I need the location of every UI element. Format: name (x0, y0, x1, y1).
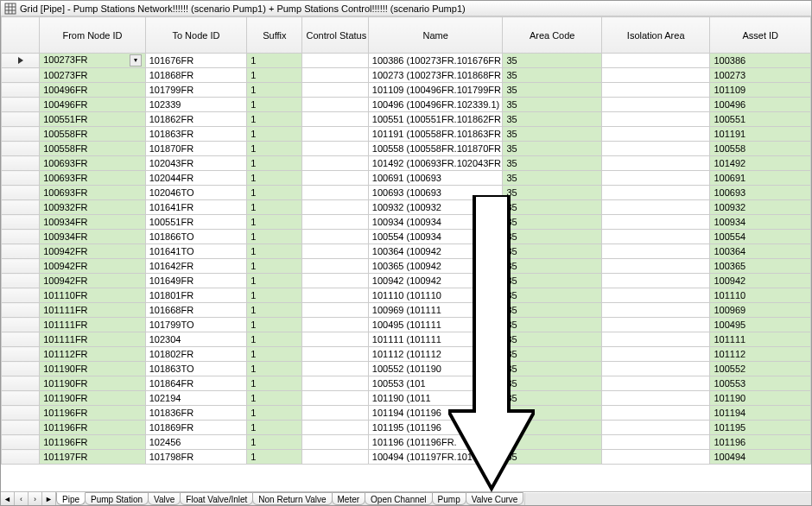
cell-from[interactable]: 100551FR (40, 112, 146, 127)
cell-ctrl[interactable] (302, 200, 368, 215)
cell-to[interactable]: 102043FR (145, 156, 247, 171)
cell-from[interactable]: 101111FR (40, 303, 146, 318)
data-table[interactable]: From Node ID To Node ID Suffix Control S… (1, 16, 811, 465)
cell-asset[interactable]: 100553 (710, 376, 811, 391)
cell-asset[interactable]: 100386 (710, 54, 811, 68)
cell-ctrl[interactable] (302, 450, 368, 465)
table-row[interactable]: 100273FR101868FR1100273 (100273FR.101868… (2, 68, 811, 83)
cell-iso[interactable] (601, 450, 710, 465)
cell-area[interactable]: 35 (503, 142, 601, 156)
table-row[interactable]: 100273FR▾101676FR1100386 (100273FR.10167… (2, 54, 811, 68)
cell-ctrl[interactable] (302, 274, 368, 288)
cell-area[interactable]: 35 (503, 274, 601, 288)
cell-iso[interactable] (601, 288, 710, 303)
cell-area[interactable]: 35 (503, 68, 601, 83)
row-header[interactable] (2, 259, 40, 274)
cell-name[interactable]: 101109 (100496FR.101799FR. (368, 83, 503, 98)
cell-suffix[interactable]: 1 (247, 98, 302, 112)
cell-name[interactable]: 100553 (101 (368, 376, 503, 391)
cell-to[interactable]: 102044FR (145, 171, 247, 186)
cell-iso[interactable] (601, 171, 710, 186)
cell-area[interactable]: 35 (503, 215, 601, 230)
cell-from[interactable]: 100693FR (40, 156, 146, 171)
cell-name[interactable]: 101196 (101196FR. (368, 435, 503, 450)
cell-name[interactable]: 101111 (101111 (368, 332, 503, 347)
col-from[interactable]: From Node ID (40, 17, 146, 54)
cell-suffix[interactable]: 1 (247, 156, 302, 171)
row-header[interactable] (2, 186, 40, 200)
cell-iso[interactable] (601, 186, 710, 200)
cell-to[interactable]: 101864FR (145, 376, 247, 391)
cell-ctrl[interactable] (302, 186, 368, 200)
cell-asset[interactable]: 101110 (710, 288, 811, 303)
table-row[interactable]: 101196FR101869FR1101195 (10119635101195 (2, 421, 811, 435)
cell-name[interactable]: 100942 (100942 (368, 274, 503, 288)
cell-iso[interactable] (601, 142, 710, 156)
cell-iso[interactable] (601, 54, 710, 68)
cell-to[interactable]: 101649FR (145, 274, 247, 288)
cell-area[interactable]: 35 (503, 288, 601, 303)
cell-asset[interactable]: 100364 (710, 244, 811, 259)
cell-suffix[interactable]: 1 (247, 435, 302, 450)
cell-to[interactable]: 101676FR (145, 54, 247, 68)
col-name[interactable]: Name (368, 17, 503, 54)
cell-from[interactable]: 101111FR (40, 332, 146, 347)
table-row[interactable]: 101111FR1023041101111 (10111135101111 (2, 332, 811, 347)
nav-last[interactable]: ► (42, 492, 56, 505)
cell-from[interactable]: 101196FR (40, 406, 146, 421)
row-header[interactable] (2, 347, 40, 362)
cell-from[interactable]: 100558FR (40, 127, 146, 142)
table-row[interactable]: 100496FR101799FR1101109 (100496FR.101799… (2, 83, 811, 98)
table-row[interactable]: 101196FR1024561101196 (101196FR.35101196 (2, 435, 811, 450)
cell-to[interactable]: 102456 (145, 435, 247, 450)
cell-iso[interactable] (601, 83, 710, 98)
row-header[interactable] (2, 215, 40, 230)
row-header[interactable] (2, 288, 40, 303)
cell-area[interactable]: 35 (503, 406, 601, 421)
cell-to[interactable]: 102304 (145, 332, 247, 347)
tab-open-channel[interactable]: Open Channel (365, 492, 433, 505)
cell-asset[interactable]: 100969 (710, 303, 811, 318)
table-row[interactable]: 100932FR101641FR1100932 (10093235100932 (2, 200, 811, 215)
cell-ctrl[interactable] (302, 406, 368, 421)
cell-to[interactable]: 101641FR (145, 200, 247, 215)
table-row[interactable]: 100934FR100551FR1100934 (10093435100934 (2, 215, 811, 230)
cell-iso[interactable] (601, 230, 710, 244)
tab-non-return-valve[interactable]: Non Return Valve (252, 492, 332, 505)
cell-from[interactable]: 100942FR (40, 259, 146, 274)
row-header[interactable] (2, 421, 40, 435)
cell-area[interactable]: 35 (503, 244, 601, 259)
cell-suffix[interactable]: 1 (247, 332, 302, 347)
cell-area[interactable]: 35 (503, 376, 601, 391)
cell-from[interactable]: 100496FR (40, 98, 146, 112)
cell-area[interactable]: 35 (503, 230, 601, 244)
col-asset[interactable]: Asset ID (710, 17, 811, 54)
cell-name[interactable]: 101112 (101112 (368, 347, 503, 362)
cell-suffix[interactable]: 1 (247, 186, 302, 200)
cell-iso[interactable] (601, 215, 710, 230)
cell-from[interactable]: 101197FR (40, 450, 146, 465)
cell-name[interactable]: 100934 (100934 (368, 215, 503, 230)
col-area[interactable]: Area Code (503, 17, 601, 54)
cell-suffix[interactable]: 1 (247, 391, 302, 406)
cell-ctrl[interactable] (302, 156, 368, 171)
cell-from[interactable]: 100273FR▾ (40, 54, 146, 68)
tab-meter[interactable]: Meter (332, 492, 366, 505)
cell-from[interactable]: 101111FR (40, 318, 146, 332)
table-row[interactable]: 101110FR101801FR1101110 (10111035101110 (2, 288, 811, 303)
cell-suffix[interactable]: 1 (247, 215, 302, 230)
cell-to[interactable]: 101799TO (145, 318, 247, 332)
tab-pipe[interactable]: Pipe (56, 492, 86, 505)
row-header[interactable] (2, 200, 40, 215)
cell-asset[interactable]: 100495 (710, 318, 811, 332)
nav-first[interactable]: ◄ (1, 492, 15, 505)
cell-suffix[interactable]: 1 (247, 200, 302, 215)
cell-suffix[interactable]: 1 (247, 83, 302, 98)
cell-name[interactable]: 100691 (100693 (368, 171, 503, 186)
cell-to[interactable]: 102339 (145, 98, 247, 112)
table-row[interactable]: 100558FR101863FR1101191 (100558FR.101863… (2, 127, 811, 142)
cell-ctrl[interactable] (302, 303, 368, 318)
row-header[interactable] (2, 332, 40, 347)
cell-suffix[interactable]: 1 (247, 376, 302, 391)
cell-ctrl[interactable] (302, 391, 368, 406)
